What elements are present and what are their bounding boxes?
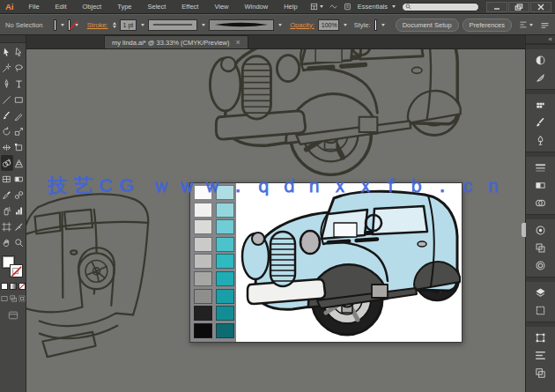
style-label: Style: (354, 21, 371, 29)
mesh-tool[interactable] (1, 171, 13, 187)
search-input[interactable] (402, 3, 479, 11)
document-setup-button[interactable]: Document Setup (396, 18, 459, 32)
direct-selection-tool[interactable] (13, 44, 26, 60)
type-tool[interactable] (13, 76, 26, 92)
image-trace-panel-button[interactable] (531, 256, 551, 274)
stroke-weight-value[interactable]: 1 pt (120, 19, 137, 31)
dock-collapse-button[interactable]: « (526, 35, 555, 44)
close-button[interactable] (530, 2, 551, 12)
line-segment-tool[interactable] (1, 92, 13, 107)
arrange-documents-icon[interactable] (310, 3, 323, 11)
toolbox-grip[interactable] (0, 35, 26, 43)
align-options-icon[interactable] (519, 20, 533, 29)
opacity-value[interactable]: 100% (318, 19, 339, 31)
magic-wand-tool[interactable] (1, 60, 13, 76)
panel-menu-icon[interactable] (540, 20, 550, 30)
layers-panel-button[interactable] (531, 284, 551, 301)
draw-normal-icon[interactable] (1, 294, 8, 302)
palette-swatch (216, 237, 234, 252)
stroke-color-swatch[interactable] (68, 19, 70, 31)
selection-tool[interactable] (1, 44, 13, 60)
menu-type[interactable]: Type (109, 0, 139, 13)
color-panel-button[interactable] (531, 51, 551, 69)
fill-stroke-indicator[interactable] (2, 255, 25, 279)
gradient-tool[interactable] (13, 171, 26, 187)
draw-behind-icon[interactable] (10, 294, 17, 302)
document-tab[interactable]: my linda.ai* @ 33.33% (CMYK/Preview) × (104, 35, 248, 48)
pathfinder-panel-button[interactable] (531, 364, 551, 381)
color-mode-buttons (1, 283, 26, 290)
rectangle-tool[interactable] (13, 92, 26, 107)
dock-grip[interactable] (522, 223, 526, 237)
stroke-panel-button[interactable] (531, 159, 551, 176)
fill-color-swatch[interactable] (54, 19, 56, 31)
artboard-tool[interactable] (1, 218, 13, 234)
rotate-tool[interactable] (1, 123, 13, 139)
swatches-panel-button[interactable] (531, 96, 551, 114)
stroke-weight-link[interactable]: Stroke: (87, 21, 108, 29)
style-swatch[interactable] (374, 19, 377, 31)
preferences-button[interactable]: Preferences (462, 18, 512, 32)
slice-tool[interactable] (13, 218, 26, 234)
transparency-panel-button[interactable] (531, 194, 551, 211)
free-transform-tool[interactable] (13, 139, 26, 155)
column-graph-tool[interactable] (13, 203, 26, 218)
align-panel-button[interactable] (531, 346, 551, 364)
screen-mode-button[interactable] (8, 308, 18, 324)
pencil-tool[interactable] (13, 107, 26, 123)
eyedropper-tool[interactable] (1, 187, 13, 203)
symbols-panel-button[interactable] (531, 131, 551, 149)
restore-button[interactable] (508, 2, 529, 12)
panel-group (526, 214, 555, 277)
line-art-car-rear[interactable] (26, 189, 176, 372)
paintbrush-tool[interactable] (1, 107, 13, 123)
appearance-panel-button[interactable] (531, 221, 551, 239)
color-button[interactable] (1, 283, 8, 290)
menu-edit[interactable]: Edit (48, 0, 75, 13)
line-art-car-top[interactable] (207, 49, 462, 178)
palette-swatch (194, 237, 212, 252)
menu-object[interactable]: Object (75, 0, 110, 13)
draw-inside-icon[interactable] (18, 294, 26, 302)
brush-definition-dropdown[interactable] (209, 19, 274, 31)
blend-tool[interactable] (13, 187, 26, 203)
bridge-icon[interactable] (344, 3, 352, 11)
color-guide-panel-button[interactable] (531, 69, 551, 86)
gradient-panel-button[interactable] (531, 176, 551, 194)
menu-select[interactable]: Select (139, 0, 174, 13)
colored-car-illustration (240, 188, 462, 337)
palette-swatch (216, 203, 234, 218)
transform-panel-button[interactable] (531, 329, 551, 346)
panel-dock: « (525, 35, 555, 392)
width-profile-dropdown[interactable] (148, 19, 197, 31)
menu-file[interactable]: File (21, 0, 48, 13)
menu-view[interactable]: View (206, 0, 236, 13)
menu-window[interactable]: Window (237, 0, 277, 13)
stroke-weight-stepper[interactable] (112, 22, 116, 28)
menu-help[interactable]: Help (276, 0, 305, 13)
gpu-performance-icon[interactable] (329, 3, 337, 11)
opacity-link[interactable]: Opacity: (290, 21, 314, 29)
scale-tool[interactable] (13, 123, 26, 139)
graphic-styles-panel-button[interactable] (531, 239, 551, 256)
gradient-button[interactable] (10, 283, 17, 290)
shape-builder-tool[interactable] (1, 155, 13, 171)
width-tool[interactable] (1, 139, 13, 155)
document-tab-bar: my linda.ai* @ 33.33% (CMYK/Preview) × (26, 35, 525, 49)
pen-tool[interactable] (1, 76, 13, 92)
zoom-tool[interactable] (13, 234, 26, 250)
workspace-switcher[interactable]: Essentials (358, 3, 396, 11)
stroke-proxy[interactable] (10, 264, 23, 277)
placed-image-colored-car[interactable] (189, 182, 462, 343)
menu-effect[interactable]: Effect (174, 0, 206, 13)
minimize-button[interactable] (486, 2, 507, 12)
hand-tool[interactable] (1, 234, 13, 250)
brushes-panel-button[interactable] (531, 114, 551, 131)
tab-close-icon[interactable]: × (236, 39, 240, 46)
perspective-grid-tool[interactable] (13, 155, 26, 171)
symbol-sprayer-tool[interactable] (1, 203, 13, 218)
none-button[interactable] (18, 283, 26, 290)
artboards-panel-button[interactable] (531, 301, 551, 319)
lasso-tool[interactable] (13, 60, 26, 76)
pasteboard-canvas[interactable]: 技艺CG ｗｗｗ．ｑｄｎｘｘｆｂ．ｃｎ (26, 49, 525, 392)
